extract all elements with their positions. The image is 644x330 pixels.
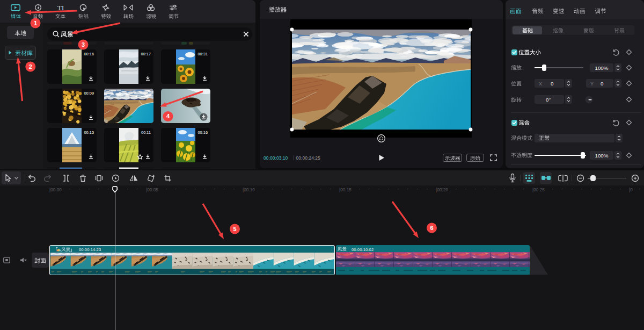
svg-text:5: 5: [233, 226, 236, 232]
svg-text:2: 2: [29, 63, 32, 70]
svg-text:6: 6: [430, 225, 433, 231]
svg-text:3: 3: [82, 41, 85, 48]
svg-text:4: 4: [166, 113, 170, 119]
svg-text:1: 1: [34, 20, 37, 26]
